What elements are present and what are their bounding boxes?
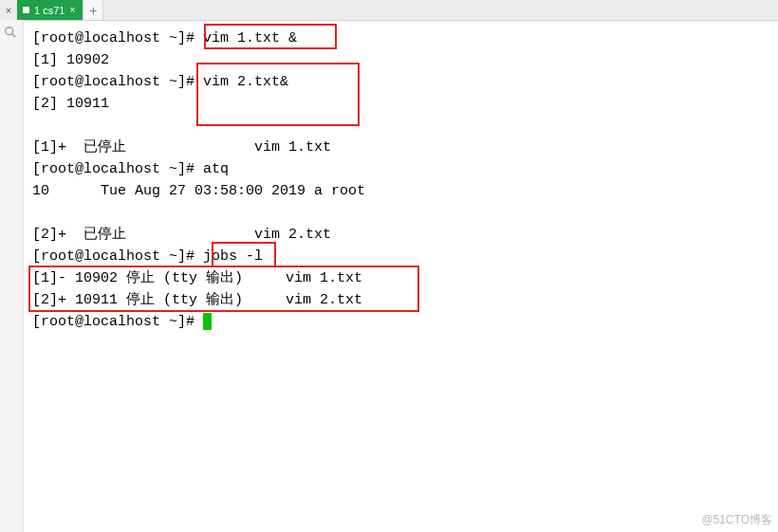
output-line: [1]- 10902 停止 (tty 输出) vim 1.txt bbox=[32, 270, 362, 286]
prompt: [root@localhost ~]# bbox=[32, 314, 203, 330]
tab-label: 1 cs71 bbox=[34, 5, 65, 16]
terminal[interactable]: [root@localhost ~]# vim 1.txt & [1] 1090… bbox=[23, 20, 778, 532]
tab-active[interactable]: 1 cs71 × bbox=[17, 0, 83, 20]
cursor-icon bbox=[203, 313, 212, 330]
command-text: # vim 2.txt& bbox=[186, 74, 288, 90]
left-gutter bbox=[0, 20, 24, 532]
search-icon[interactable] bbox=[4, 26, 17, 39]
svg-line-1 bbox=[12, 34, 16, 38]
output-line: [1] 10902 bbox=[32, 52, 109, 68]
new-tab-button[interactable]: + bbox=[83, 0, 103, 20]
close-icon[interactable]: × bbox=[0, 0, 17, 20]
prompt: [root@localhost ~]# bbox=[32, 30, 203, 46]
svg-point-0 bbox=[6, 28, 13, 35]
tab-bar: × 1 cs71 × + bbox=[0, 0, 778, 21]
prompt: [root@localhost ~] bbox=[32, 74, 186, 90]
output-line: 10 Tue Aug 27 03:58:00 2019 a root bbox=[32, 183, 365, 199]
output-line: [root@localhost ~]# atq bbox=[32, 161, 229, 177]
output-line: [2]+ 10911 停止 (tty 输出) vim 2.txt bbox=[32, 292, 362, 308]
output-line: [1]+ 已停止 vim 1.txt bbox=[32, 139, 331, 156]
output-line: [2]+ 已停止 vim 2.txt bbox=[32, 227, 331, 243]
tab-close-icon[interactable]: × bbox=[69, 5, 75, 15]
watermark: @51CTO博客 bbox=[701, 512, 772, 528]
output-line: [2] 10911 bbox=[32, 96, 109, 112]
command-text: vim 1.txt & bbox=[203, 30, 297, 46]
status-dot-icon bbox=[23, 7, 29, 13]
prompt: [root@localhost ~]# bbox=[32, 248, 203, 265]
command-text: jobs -l bbox=[203, 248, 263, 265]
